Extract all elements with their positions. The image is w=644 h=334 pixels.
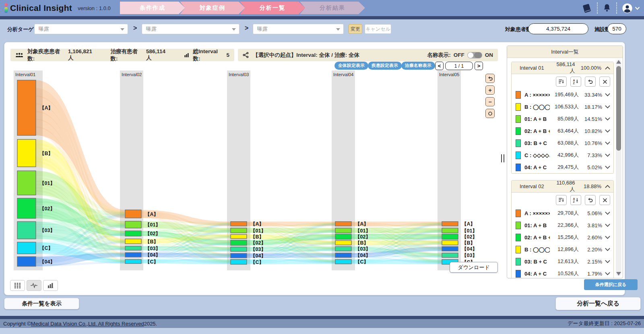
sankey-node-C[interactable]: [231, 259, 247, 264]
alpha-sort-icon[interactable]: AZ: [570, 195, 581, 205]
chevron-down-icon[interactable]: [602, 166, 610, 169]
download-button[interactable]: ダウンロード: [450, 262, 498, 273]
chevron-down-icon[interactable]: [602, 272, 610, 275]
sankey-node-B[interactable]: [231, 234, 247, 239]
total-interval-value: 5: [226, 52, 229, 58]
sankey-node-04[interactable]: [17, 257, 36, 266]
bell-icon[interactable]: [602, 3, 612, 13]
sankey-node-A[interactable]: [231, 222, 247, 226]
chevron-down-icon[interactable]: [602, 248, 610, 251]
sankey-node-04[interactable]: [125, 253, 141, 257]
scroll-up-icon[interactable]: [616, 60, 621, 64]
copyright-link[interactable]: Medical Data Vision Co.,Ltd. All Rights …: [31, 321, 144, 327]
sankey-node-label: 【C】: [250, 259, 264, 265]
sankey-node-C[interactable]: [335, 259, 351, 264]
scrollbar[interactable]: [616, 60, 621, 276]
undo-icon[interactable]: [485, 74, 495, 83]
back-to-analysis-list-button[interactable]: 分析一覧へ戻る: [555, 297, 641, 310]
sankey-node-B[interactable]: [17, 139, 36, 167]
sankey-node-03[interactable]: [125, 246, 141, 250]
dropdown-placeholder: 曝露: [257, 25, 268, 33]
chevron-down-icon[interactable]: [602, 105, 610, 108]
alpha-sort-icon[interactable]: AZ: [570, 77, 581, 87]
zoom-out-icon[interactable]: −: [485, 97, 495, 106]
disease-patients-value: 1,106,821 人: [68, 48, 97, 62]
chevron-up-icon[interactable]: [601, 66, 610, 70]
sankey-node-B[interactable]: [335, 241, 351, 245]
sankey-node-01[interactable]: [442, 228, 458, 233]
sankey-node-01[interactable]: [335, 228, 351, 233]
chevron-down-icon[interactable]: [602, 260, 610, 263]
chevron-down-icon[interactable]: [602, 117, 610, 120]
reset-icon[interactable]: [485, 109, 495, 118]
chevron-down-icon[interactable]: [602, 154, 610, 157]
interval-section-header[interactable]: Interval 01586,114人100.00%: [512, 62, 613, 74]
undo-icon[interactable]: [585, 77, 596, 87]
chevron-down-icon[interactable]: [602, 93, 610, 96]
interval-section-2: Interval 02110,686人18.88%AZA : ××××××29,…: [511, 180, 614, 278]
change-button[interactable]: 変更: [349, 24, 362, 34]
panel-splitter[interactable]: [501, 154, 504, 162]
chevron-down-icon[interactable]: [602, 129, 610, 133]
scrollbar-thumb[interactable]: [616, 66, 621, 151]
interval-row: 02: A + B + C63,464人10.82%: [512, 125, 613, 137]
sankey-node-A[interactable]: [442, 222, 458, 226]
chevron-down-icon[interactable]: [602, 236, 610, 239]
sankey-node-C[interactable]: [17, 242, 36, 254]
chevron-down-icon[interactable]: [602, 141, 610, 145]
sankey-node-02[interactable]: [442, 234, 458, 239]
interval-section-header[interactable]: Interval 02110,686人18.88%: [512, 180, 613, 193]
zoom-in-icon[interactable]: +: [485, 85, 495, 95]
target-dropdown-1[interactable]: 曝露: [34, 24, 128, 34]
bar-view-icon[interactable]: [43, 280, 58, 291]
sankey-node-A[interactable]: [335, 222, 351, 226]
sort-desc-icon[interactable]: [556, 77, 567, 87]
sankey-node-01[interactable]: [125, 221, 141, 228]
svg-text:A: A: [573, 197, 575, 200]
line-view-icon[interactable]: [27, 280, 41, 291]
sankey-node-A[interactable]: [17, 80, 36, 135]
cancel-button[interactable]: キャンセル: [365, 24, 391, 34]
target-dropdown-3[interactable]: 曝露: [253, 24, 344, 34]
chevron-up-icon[interactable]: [601, 185, 610, 188]
book-icon[interactable]: [582, 3, 592, 14]
account-menu[interactable]: [621, 2, 640, 14]
sort-desc-icon[interactable]: [556, 195, 567, 205]
back-to-condition-button[interactable]: 条件選択に戻る: [584, 279, 638, 290]
sankey-node-03[interactable]: [17, 222, 36, 239]
sankey-node-label: 【B】: [250, 234, 264, 240]
close-icon[interactable]: [599, 195, 610, 205]
chevron-down-icon[interactable]: [602, 224, 610, 227]
sankey-node-B[interactable]: [125, 239, 141, 244]
sankey-node-04[interactable]: [442, 247, 458, 251]
row-count: 195,469人: [550, 91, 579, 98]
sankey-node-04[interactable]: [231, 253, 247, 258]
show-condition-list-button[interactable]: 条件一覧を表示: [4, 298, 79, 309]
step-analysis-list[interactable]: 分析一覧: [240, 2, 305, 14]
sankey-node-02[interactable]: [231, 240, 247, 245]
sankey-node-01[interactable]: [17, 171, 36, 195]
row-name: 02: A + B + C: [524, 234, 550, 241]
target-dropdown-2[interactable]: 曝露: [142, 24, 239, 34]
step-condition-create[interactable]: 条件作成: [120, 2, 185, 14]
sankey-node-A[interactable]: [125, 210, 141, 218]
undo-icon[interactable]: [585, 195, 596, 205]
sankey-node-01[interactable]: [231, 228, 247, 233]
close-icon[interactable]: [599, 77, 610, 87]
chevron-down-icon[interactable]: [602, 212, 610, 215]
sankey-node-03[interactable]: [442, 253, 458, 257]
columns-view-icon[interactable]: [10, 280, 25, 291]
step-target-cases[interactable]: 対象症例: [180, 2, 245, 14]
dropdown-placeholder: 曝露: [39, 25, 49, 33]
sankey-node-label: 【01】: [462, 228, 477, 234]
sankey-node-04[interactable]: [335, 253, 351, 257]
sankey-node-02[interactable]: [17, 198, 36, 218]
name-display-toggle[interactable]: [467, 52, 482, 58]
sankey-node-03[interactable]: [231, 247, 247, 251]
sankey-node-B[interactable]: [442, 241, 458, 245]
scroll-down-icon[interactable]: [616, 272, 621, 276]
sankey-node-C[interactable]: [125, 259, 141, 263]
sankey-node-03[interactable]: [335, 247, 351, 251]
sankey-node-02[interactable]: [125, 231, 141, 236]
sankey-node-02[interactable]: [335, 234, 351, 239]
